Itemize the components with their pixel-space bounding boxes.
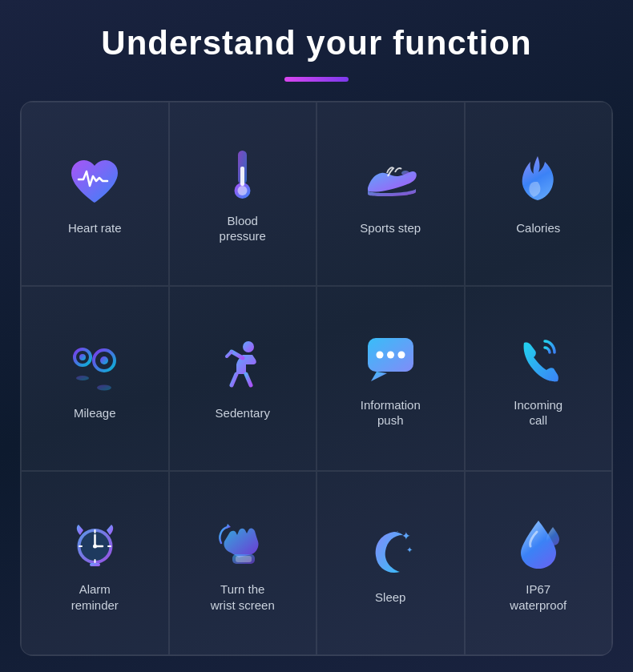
alarm-reminder-label: Alarmreminder [71, 581, 119, 613]
svg-rect-2 [240, 167, 244, 186]
sleep-icon: ✦ ✦ · [361, 522, 419, 580]
mileage-label: Mileage [74, 405, 116, 421]
blood-pressure-label: Bloodpressure [220, 213, 266, 244]
heart-rate-label: Heart rate [68, 220, 122, 236]
water-icon [510, 514, 567, 572]
wrist-icon [214, 514, 272, 572]
flame-icon [510, 153, 567, 211]
svg-point-15 [243, 341, 254, 352]
ip67-label: IP67waterproof [510, 581, 566, 613]
svg-point-3 [238, 186, 248, 195]
svg-point-8 [401, 171, 409, 175]
feature-sports-step: Sports step [316, 102, 465, 286]
page-title: Understand your function [101, 24, 531, 62]
feature-wrist-screen: Turn thewrist screen [169, 471, 317, 655]
location-icon [66, 338, 123, 396]
sleep-label: Sleep [375, 590, 405, 606]
heart-rate-icon [66, 153, 123, 211]
accent-bar [284, 77, 349, 82]
shoe-icon [361, 153, 419, 211]
svg-text:·: · [397, 528, 398, 535]
sedentary-icon [214, 338, 272, 396]
feature-information-push: Informationpush [316, 286, 465, 470]
svg-point-19 [397, 351, 405, 358]
calories-label: Calories [516, 220, 560, 236]
svg-text:✦: ✦ [401, 529, 411, 542]
svg-point-13 [100, 356, 108, 364]
phone-icon [510, 330, 567, 388]
feature-alarm-reminder: Alarmreminder [21, 471, 169, 655]
feature-sedentary: Sedentary [169, 286, 317, 470]
svg-point-14 [97, 384, 111, 390]
feature-heart-rate: Heart rate [21, 102, 169, 286]
incoming-call-label: Incomingcall [514, 397, 562, 429]
features-grid: Heart rate Bloodpressure [20, 101, 613, 656]
sports-step-label: Sports step [360, 220, 421, 236]
feature-mileage: Mileage [21, 286, 169, 470]
thermometer-icon [214, 146, 272, 203]
chat-icon [361, 330, 419, 388]
feature-calories: Calories [465, 102, 613, 286]
svg-rect-31 [236, 556, 252, 562]
svg-marker-32 [226, 524, 231, 529]
wrist-screen-label: Turn thewrist screen [211, 581, 275, 613]
svg-text:✦: ✦ [406, 545, 413, 554]
svg-point-18 [387, 351, 394, 358]
alarm-icon [66, 514, 123, 572]
svg-point-17 [376, 351, 383, 358]
svg-rect-29 [90, 563, 100, 566]
svg-point-11 [76, 376, 89, 380]
svg-point-24 [93, 544, 97, 548]
information-push-label: Informationpush [361, 397, 421, 429]
feature-blood-pressure: Bloodpressure [169, 102, 317, 286]
sedentary-label: Sedentary [216, 405, 270, 421]
feature-ip67: IP67waterproof [465, 471, 613, 655]
svg-point-10 [79, 354, 86, 360]
feature-incoming-call: Incomingcall [465, 286, 613, 470]
feature-sleep: ✦ ✦ · Sleep [316, 471, 465, 655]
